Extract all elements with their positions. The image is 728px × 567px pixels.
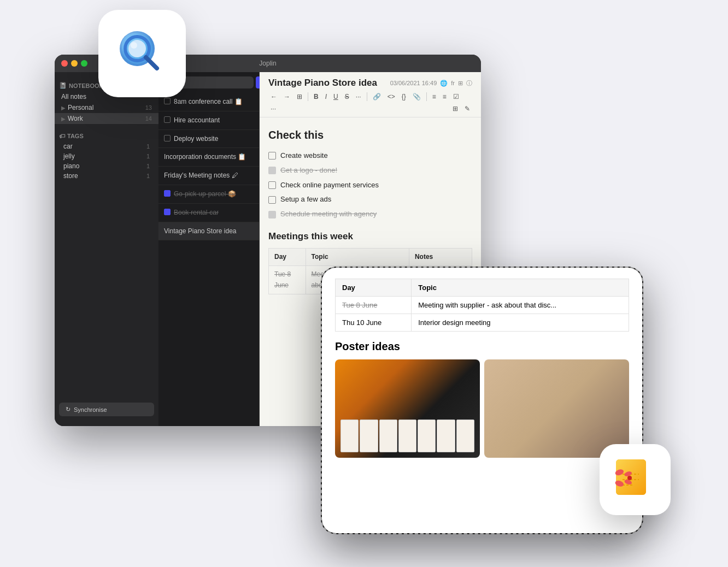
check-item-ads: Setup a few ads: [268, 194, 472, 205]
search-app-icon: [98, 10, 186, 97]
tags-header: 🏷 TAGS: [55, 128, 158, 141]
note-checkbox-checked: [164, 190, 171, 197]
scissors-icon: [610, 455, 660, 504]
meta-lang: fr: [451, 80, 455, 86]
sidebar-item-work[interactable]: ▶ Work 14: [55, 113, 158, 124]
globe-icon: 🌐: [440, 80, 448, 87]
sync-button[interactable]: ↻ Synchronise: [59, 403, 154, 416]
checkbox-unchecked[interactable]: [268, 152, 276, 160]
ipad-screen: Day Topic Tue 8 June Meeting with suppli…: [322, 268, 642, 533]
piano-key: [398, 420, 416, 452]
tag-car[interactable]: car 1: [55, 141, 158, 151]
ipad-table-header-day: Day: [336, 279, 412, 297]
check-text-done: Get a logo - done!: [280, 165, 337, 176]
sync-label: Synchronise: [74, 406, 107, 413]
forward-button[interactable]: →: [281, 92, 292, 102]
note-title: Go-pick-up-parcel 📦: [174, 190, 236, 199]
ipad-table-row: Tue 8 June Meeting with supplier - ask a…: [336, 297, 629, 314]
tag-store[interactable]: store 1: [55, 171, 158, 181]
external-link-icon: ⊞: [458, 80, 463, 87]
piano-key: [418, 420, 436, 452]
note-item-rental[interactable]: Book-rental-car: [158, 204, 259, 222]
italic-button[interactable]: I: [323, 92, 329, 102]
tag-piano[interactable]: piano 1: [55, 161, 158, 171]
note-item-deploy[interactable]: Deploy website: [158, 130, 259, 149]
check-button[interactable]: ☑: [451, 92, 461, 102]
poster-images: [335, 359, 629, 458]
tag-jelly-label: jelly: [63, 152, 75, 160]
note-item-parcel[interactable]: Go-pick-up-parcel 📦: [158, 185, 259, 204]
more-format-button[interactable]: ···: [268, 104, 278, 114]
sidebar-item-personal[interactable]: ▶ Personal 13: [55, 102, 158, 113]
personal-chevron: ▶: [61, 105, 66, 111]
attachment-button[interactable]: 📎: [410, 92, 423, 102]
ipad-content: Day Topic Tue 8 June Meeting with suppli…: [322, 268, 642, 469]
tag-jelly-count: 1: [146, 153, 150, 160]
strikethrough-button[interactable]: S: [343, 92, 351, 102]
editor-title-row: Vintage Piano Store idea 03/06/2021 16:4…: [268, 78, 472, 88]
bold-button[interactable]: B: [312, 92, 321, 102]
magnifier-icon: [112, 23, 172, 84]
note-title: 8am conference call 📋: [174, 97, 243, 107]
table-header-topic: Topic: [306, 249, 409, 266]
ul-button[interactable]: ≡: [430, 92, 438, 102]
piano-key: [340, 420, 359, 452]
link-button[interactable]: 🔗: [371, 92, 383, 102]
ol-button[interactable]: ≡: [441, 92, 449, 102]
note-item-accountant[interactable]: Hire accountant: [158, 111, 259, 130]
code-block-button[interactable]: {}: [400, 92, 408, 102]
tag-store-count: 1: [146, 173, 150, 179]
editor-toolbar: ← → ⊞ B I U S ··· 🔗 <> {} 📎 ≡ ≡: [268, 92, 472, 114]
check-item-meeting: Schedule meeting with agency: [268, 209, 472, 220]
check-item-website: Create website: [268, 150, 472, 162]
ipad-frame: Day Topic Tue 8 June Meeting with suppli…: [321, 267, 643, 534]
underline-button[interactable]: U: [331, 92, 340, 102]
note-title: Deploy website: [174, 134, 218, 144]
note-item-incorporation[interactable]: Incorporation documents 📋: [158, 148, 259, 167]
back-button[interactable]: ←: [268, 92, 279, 102]
checkbox-checked[interactable]: [268, 167, 276, 174]
check-text: Create website: [280, 150, 328, 162]
ipad-cell-day: Tue 8 June: [336, 297, 412, 314]
piano-key: [360, 420, 378, 452]
checkbox-checked[interactable]: [268, 211, 276, 218]
table-header-notes: Notes: [409, 249, 472, 266]
traffic-lights: [61, 60, 87, 67]
svg-line-8: [146, 57, 157, 68]
scissors-app-icon: [600, 444, 671, 515]
second-poster-image: [484, 359, 629, 458]
all-notes-label: All notes: [61, 93, 86, 101]
editor-note-title: Vintage Piano Store idea: [268, 78, 377, 88]
minimize-button[interactable]: [71, 60, 78, 67]
external-button[interactable]: ⊞: [295, 92, 304, 102]
piano-key: [437, 420, 455, 452]
tag-store-label: store: [63, 172, 78, 180]
note-checkbox: [164, 135, 171, 141]
note-checkbox: [164, 98, 171, 104]
fullscreen-button[interactable]: [81, 60, 87, 67]
checkbox-unchecked[interactable]: [268, 196, 276, 204]
tag-car-label: car: [63, 143, 73, 150]
work-count: 14: [145, 115, 152, 122]
view-toggle-button[interactable]: ⊞: [450, 104, 460, 114]
note-item-friday[interactable]: Friday's Meeting notes 🖊: [158, 167, 259, 185]
check-text: Setup a few ads: [280, 194, 331, 205]
piano-image: [335, 359, 480, 458]
note-title: Hire accountant: [174, 116, 220, 125]
note-checkbox-checked: [164, 209, 171, 215]
svg-point-16: [627, 476, 632, 480]
note-title: Incorporation documents 📋: [164, 152, 246, 162]
code-button[interactable]: <>: [385, 92, 397, 102]
check-text-done: Schedule meeting with agency: [280, 209, 377, 220]
tag-car-count: 1: [146, 143, 150, 150]
note-item-piano[interactable]: Vintage Piano Store idea: [158, 222, 259, 241]
checkbox-unchecked[interactable]: [268, 181, 276, 189]
close-button[interactable]: [61, 60, 68, 67]
work-label: Work: [68, 115, 83, 122]
svg-point-6: [128, 40, 146, 57]
edit-button[interactable]: ✎: [462, 104, 472, 114]
more-button[interactable]: ···: [354, 92, 363, 102]
content-heading-1: Check this: [268, 126, 472, 144]
tag-jelly[interactable]: jelly 1: [55, 151, 158, 161]
sync-icon: ↻: [66, 406, 71, 413]
